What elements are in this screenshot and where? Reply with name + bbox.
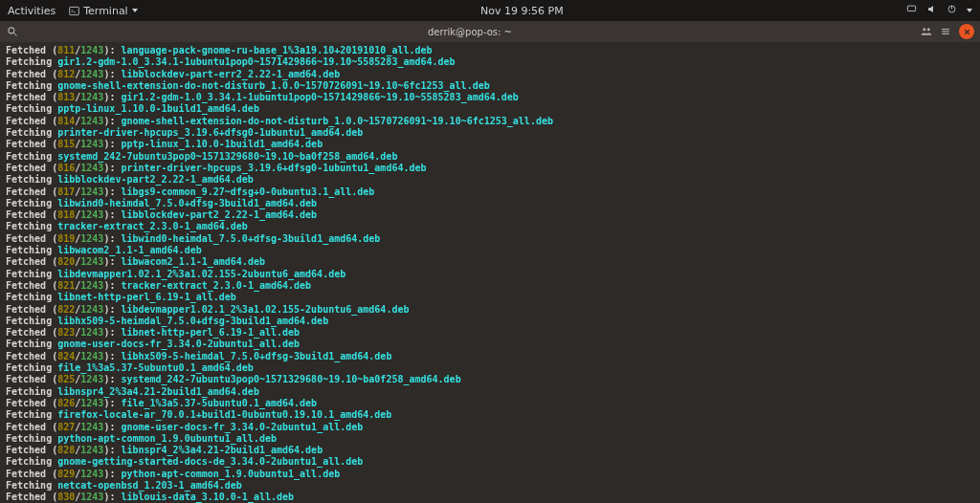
close-icon <box>963 28 971 36</box>
terminal-line: Fetched (814/1243): gnome-shell-extensio… <box>6 116 974 127</box>
terminal-line: Fetching firefox-locale-ar_70.0.1+build1… <box>6 409 974 421</box>
terminal-line: Fetching printer-driver-hpcups_3.19.6+df… <box>6 127 974 139</box>
terminal-line: Fetched (827/1243): gnome-user-docs-fr_3… <box>6 422 974 433</box>
terminal-line: Fetching libdevmapper1.02.1_2%3a1.02.155… <box>6 269 974 280</box>
svg-rect-0 <box>70 7 79 14</box>
terminal-line: Fetching libnet-http-perl_6.19-1_all.deb <box>6 292 974 303</box>
terminal-window: derrik@pop-os: ~ Fetched (811/1243): lan… <box>0 21 980 503</box>
system-menu-chevron[interactable] <box>967 9 972 12</box>
gnome-topbar: Activities Terminal Nov 19 9:56 PM <box>0 0 980 21</box>
terminal-line: Fetching netcat-openbsd_1.203-1_amd64.de… <box>6 480 974 492</box>
terminal-line: Fetching pptp-linux_1.10.0-1build1_amd64… <box>6 103 974 115</box>
terminal-line: Fetched (828/1243): libnspr4_2%3a4.21-2b… <box>6 445 974 456</box>
terminal-line: Fetched (825/1243): systemd_242-7ubuntu3… <box>6 374 974 385</box>
terminal-line: Fetched (829/1243): python-apt-common_1.… <box>6 469 974 480</box>
terminal-line: Fetched (830/1243): liblouis-data_3.10.0… <box>6 492 974 503</box>
terminal-line: Fetching libwind0-heimdal_7.5.0+dfsg-3bu… <box>6 198 974 209</box>
terminal-line: Fetched (826/1243): file_1%3a5.37-5ubunt… <box>6 398 974 409</box>
terminal-line: Fetched (817/1243): libgs9-common_9.27~d… <box>6 186 974 198</box>
terminal-line: Fetching libblockdev-part2_2.22-1_amd64.… <box>6 174 974 186</box>
terminal-line: Fetched (815/1243): pptp-linux_1.10.0-1b… <box>6 139 974 150</box>
window-titlebar: derrik@pop-os: ~ <box>0 21 980 42</box>
terminal-line: Fetched (812/1243): libblockdev-part-err… <box>6 69 974 80</box>
terminal-line: Fetched (820/1243): libwacom2_1.1-1_amd6… <box>6 256 974 268</box>
terminal-menu[interactable]: Terminal <box>69 5 138 17</box>
terminal-icon <box>69 6 79 16</box>
datetime[interactable]: Nov 19 9:56 PM <box>138 5 906 17</box>
terminal-line: Fetching gnome-user-docs-fr_3.34.0-2ubun… <box>6 339 974 350</box>
terminal-line: Fetching libnspr4_2%3a4.21-2build1_amd64… <box>6 386 974 398</box>
svg-rect-9 <box>942 31 949 32</box>
terminal-line: Fetched (823/1243): libnet-http-perl_6.1… <box>6 327 974 339</box>
terminal-line: Fetching libwacom2_1.1-1_amd64.deb <box>6 245 974 256</box>
svg-rect-10 <box>942 33 949 33</box>
terminal-line: Fetched (816/1243): printer-driver-hpcup… <box>6 163 974 174</box>
terminal-line: Fetched (824/1243): libhx509-5-heimdal_7… <box>6 351 974 362</box>
terminal-line: Fetching tracker-extract_2.3.0-1_amd64.d… <box>6 221 974 232</box>
svg-rect-1 <box>907 6 915 11</box>
terminal-line: Fetched (811/1243): language-pack-gnome-… <box>6 45 974 56</box>
close-button[interactable] <box>959 24 974 39</box>
contacts-icon[interactable] <box>921 23 932 41</box>
terminal-line: Fetching gir1.2-gdm-1.0_3.34.1-1ubuntu1p… <box>6 56 974 68</box>
screen-icon[interactable] <box>906 4 917 17</box>
svg-point-4 <box>9 28 14 33</box>
svg-point-6 <box>923 28 925 31</box>
svg-line-5 <box>14 33 17 36</box>
terminal-line: Fetching python-apt-common_1.9.0ubuntu1_… <box>6 433 974 445</box>
terminal-line: Fetching gnome-shell-extension-do-not-di… <box>6 80 974 92</box>
terminal-line: Fetched (821/1243): tracker-extract_2.3.… <box>6 280 974 292</box>
menu-icon[interactable] <box>940 23 951 41</box>
search-icon[interactable] <box>6 25 19 38</box>
terminal-output[interactable]: Fetched (811/1243): language-pack-gnome-… <box>0 42 980 503</box>
power-icon[interactable] <box>947 4 957 17</box>
terminal-line: Fetching libhx509-5-heimdal_7.5.0+dfsg-3… <box>6 316 974 327</box>
terminal-line: Fetched (813/1243): gir1.2-gdm-1.0_3.34.… <box>6 92 974 103</box>
activities-button[interactable]: Activities <box>8 5 56 17</box>
svg-rect-8 <box>942 29 949 30</box>
window-title: derrik@pop-os: ~ <box>27 27 913 37</box>
terminal-line: Fetched (819/1243): libwind0-heimdal_7.5… <box>6 233 974 245</box>
terminal-line: Fetching file_1%3a5.37-5ubuntu0.1_amd64.… <box>6 362 974 374</box>
terminal-line: Fetching gnome-getting-started-docs-de_3… <box>6 456 974 468</box>
terminal-line: Fetching systemd_242-7ubuntu3pop0~157132… <box>6 151 974 163</box>
svg-point-7 <box>927 28 930 31</box>
volume-icon[interactable] <box>926 4 937 17</box>
terminal-line: Fetched (822/1243): libdevmapper1.02.1_2… <box>6 304 974 316</box>
terminal-line: Fetched (818/1243): libblockdev-part2_2.… <box>6 209 974 221</box>
